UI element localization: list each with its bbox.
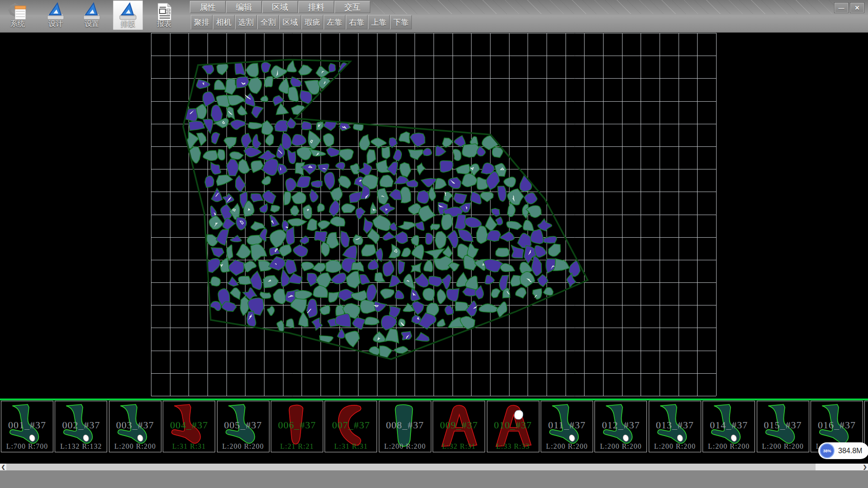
app-button-label: 排版 — [113, 19, 143, 29]
piece-thumbnail-cell[interactable]: 002_#37L:132 R:132 — [55, 401, 107, 452]
action-align-top[interactable]: 上靠 — [368, 15, 390, 29]
piece-lr-count-label: L:200 R:200 — [217, 442, 269, 450]
piece-id-label: 010_#37 — [487, 419, 539, 431]
piece-id-label: 001_#37 — [1, 419, 53, 431]
app-button-system[interactable]: 系统 — [3, 0, 33, 30]
menu-tab-bar: 属性编辑区域排料交互 — [190, 1, 371, 14]
piece-id-label: 006_#37 — [271, 419, 323, 431]
piece-thumbnail-cell[interactable]: 003_#37L:200 R:200 — [109, 401, 161, 452]
horizontal-scrollbar[interactable]: ❮ ❯ — [0, 464, 868, 470]
action-cut-all[interactable]: 全割 — [257, 15, 279, 29]
piece-id-label: 012_#37 — [595, 419, 646, 431]
piece-thumbnail-cell[interactable]: 005_#37L:200 R:200 — [217, 401, 269, 452]
action-zone[interactable]: 区域 — [279, 15, 301, 29]
tab-edit[interactable]: 编辑 — [226, 1, 262, 13]
scrollbar-thumb[interactable] — [6, 464, 816, 470]
piece-id-label: 004_#37 — [163, 419, 215, 431]
piece-lr-count-label: L:132 R:132 — [55, 442, 107, 450]
application-window: 系统设计设置排版报表 属性编辑区域排料交互 聚排相机选割全割区域瑕疵左靠右靠上靠… — [0, 0, 868, 488]
progress-circle: 38% — [820, 443, 835, 458]
action-cut-selected[interactable]: 选割 — [235, 15, 257, 29]
app-button-settings[interactable]: 设置 — [77, 0, 107, 30]
tab-region[interactable]: 区域 — [262, 1, 298, 13]
action-cluster-nest[interactable]: 聚排 — [191, 15, 212, 29]
piece-thumbnail-cell[interactable]: 014_#37L:200 R:200 — [703, 401, 755, 452]
tab-nesting[interactable]: 排料 — [298, 1, 334, 13]
nesting-canvas[interactable] — [0, 33, 868, 399]
scroll-right-icon[interactable]: ❯ — [862, 464, 868, 470]
app-button-label: 系统 — [3, 19, 33, 29]
app-button-label: 设置 — [77, 19, 107, 29]
piece-lr-count-label: L:32 R:31 — [433, 442, 485, 450]
piece-id-label: 014_#37 — [703, 419, 755, 431]
strip-separator — [0, 399, 868, 400]
piece-lr-count-label: L:200 R:200 — [703, 442, 755, 450]
piece-lr-count-label: L:200 R:200 — [379, 442, 431, 450]
action-align-left[interactable]: 左靠 — [324, 15, 345, 29]
piece-lr-count-label: L:200 R:200 — [757, 442, 809, 450]
bottom-status-bar — [0, 470, 868, 488]
ruler-icon — [82, 2, 102, 22]
memory-value: 384.8M — [838, 442, 862, 459]
piece-lr-count-label: L:200 R:200 — [595, 442, 646, 450]
piece-id-label: 002_#37 — [55, 419, 107, 431]
app-button-layout[interactable]: 排版 — [113, 0, 143, 30]
window-controls: — ✕ — [834, 2, 864, 13]
piece-lr-count-label: L:33 R:33 — [487, 442, 539, 450]
piece-lr-count-label: L:31 R:31 — [163, 442, 215, 450]
report-icon — [154, 2, 174, 22]
piece-thumbnail-strip: 001_#37L:700 R:700002_#37L:132 R:132003_… — [0, 399, 868, 464]
piece-thumbnail-cell[interactable]: 011_#37L:200 R:200 — [541, 401, 593, 452]
memory-status-pill: 38% 384.8M — [818, 442, 868, 459]
gear-document-icon — [8, 2, 28, 22]
piece-lr-count-label: L:21 R:21 — [271, 442, 323, 450]
piece-thumbnail-cell[interactable]: 010_#37L:33 R:33 — [487, 401, 539, 452]
tab-properties[interactable]: 属性 — [190, 1, 226, 13]
piece-lr-count-label: L:200 R:200 — [649, 442, 701, 450]
piece-thumbnail-cell[interactable]: 007_#37L:31 R:31 — [325, 401, 377, 452]
piece-lr-count-label: L:700 R:700 — [1, 442, 53, 450]
piece-lr-count-label: L:200 R:200 — [109, 442, 161, 450]
close-button[interactable]: ✕ — [850, 2, 864, 13]
ruler-icon — [46, 2, 66, 22]
toolbar: 系统设计设置排版报表 属性编辑区域排料交互 聚排相机选割全割区域瑕疵左靠右靠上靠… — [0, 0, 868, 33]
piece-id-label: 013_#37 — [649, 419, 701, 431]
piece-id-label: 011_#37 — [541, 419, 593, 431]
app-button-report[interactable]: 报表 — [149, 0, 179, 30]
app-button-label: 报表 — [149, 19, 179, 29]
piece-id-label: 003_#37 — [109, 419, 161, 431]
piece-thumbnail-cell[interactable]: 004_#37L:31 R:31 — [163, 401, 215, 452]
piece-id-label: 015_#37 — [757, 419, 809, 431]
action-defect[interactable]: 瑕疵 — [302, 15, 323, 29]
piece-id-label: 0 — [865, 419, 868, 431]
app-button-design[interactable]: 设计 — [41, 0, 71, 30]
piece-id-label: 016_#37 — [811, 419, 863, 431]
piece-id-label: 009_#37 — [433, 419, 485, 431]
action-align-bottom[interactable]: 下靠 — [390, 15, 412, 29]
piece-thumbnail-cell[interactable]: 001_#37L:700 R:700 — [1, 401, 53, 452]
app-button-label: 设计 — [41, 19, 71, 29]
titlebar-texture — [373, 0, 838, 14]
action-camera[interactable]: 相机 — [213, 15, 235, 29]
piece-thumbnail-cell[interactable]: 012_#37L:200 R:200 — [594, 401, 647, 452]
piece-thumbnail-cell[interactable]: 008_#37L:200 R:200 — [379, 401, 431, 452]
tab-interaction[interactable]: 交互 — [335, 1, 370, 13]
piece-id-label: 007_#37 — [325, 419, 377, 431]
piece-lr-count-label: L:200 R:200 — [541, 442, 593, 450]
piece-lr-count-label: L:31 R:31 — [325, 442, 377, 450]
scroll-left-icon[interactable]: ❮ — [0, 464, 6, 470]
piece-thumbnail-cell[interactable]: 009_#37L:32 R:31 — [433, 401, 485, 452]
piece-thumbnail-cell[interactable]: 015_#37L:200 R:200 — [757, 401, 809, 452]
piece-thumbnail-cell[interactable]: 006_#37L:21 R:21 — [271, 401, 323, 452]
piece-id-label: 008_#37 — [379, 419, 431, 431]
action-button-row: 聚排相机选割全割区域瑕疵左靠右靠上靠下靠 — [191, 15, 412, 29]
minimize-button[interactable]: — — [834, 2, 849, 13]
piece-thumbnail-cell[interactable]: 013_#37L:200 R:200 — [649, 401, 701, 452]
ruler-icon — [118, 2, 138, 22]
piece-id-label: 005_#37 — [217, 419, 269, 431]
nesting-workspace[interactable] — [0, 33, 868, 399]
action-align-right[interactable]: 右靠 — [346, 15, 368, 29]
